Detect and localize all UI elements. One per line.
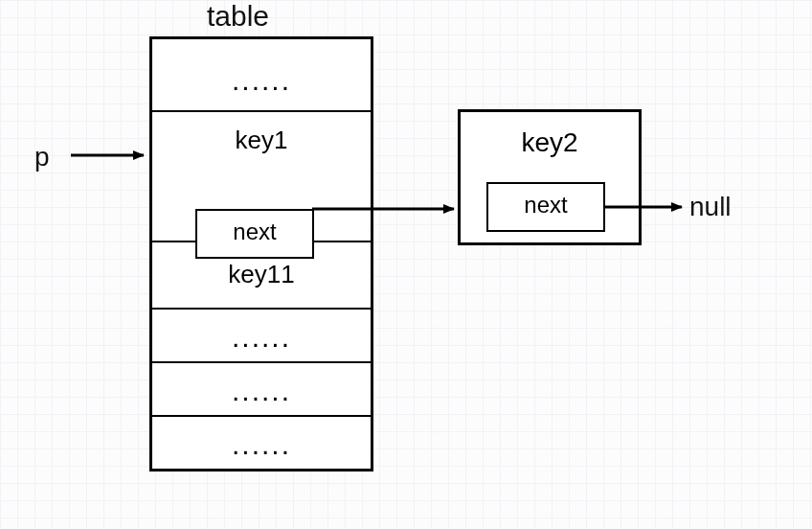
key2-next-field: next — [486, 182, 605, 232]
pointer-p-label: p — [34, 142, 50, 172]
table-row: ...... — [152, 39, 371, 110]
table-row: ...... — [152, 415, 371, 469]
key1-next-field: next — [195, 209, 314, 259]
table-row: ...... — [152, 308, 371, 361]
arrows-layer — [0, 0, 812, 529]
diagram-stage: table p null ...... key1 key11 ...... ..… — [0, 0, 812, 529]
table-title: table — [207, 0, 269, 33]
key2-label: key2 — [461, 127, 639, 158]
null-terminal-label: null — [689, 192, 732, 222]
table-row: ...... — [152, 361, 371, 415]
